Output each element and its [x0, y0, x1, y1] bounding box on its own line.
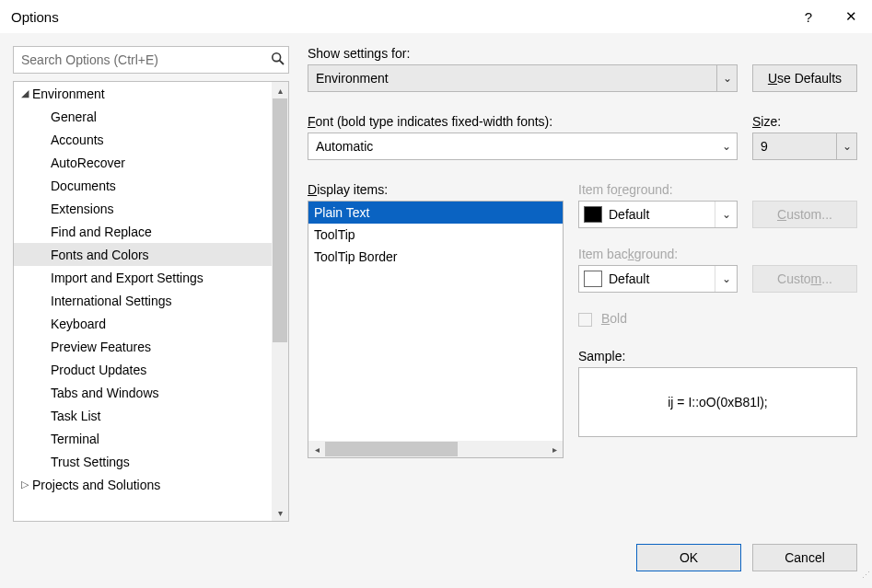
scroll-thumb[interactable] — [273, 98, 287, 342]
tree-item[interactable]: Import and Export Settings — [14, 266, 272, 289]
display-items-label: Display items: — [308, 182, 564, 197]
tree-item-environment[interactable]: ◢ Environment — [14, 82, 272, 105]
ok-button[interactable]: OK — [636, 544, 741, 571]
titlebar: Options ? ✕ — [0, 0, 872, 33]
resize-grip-icon[interactable]: ⋰ — [857, 573, 870, 586]
show-settings-combo[interactable]: Environment ⌄ — [308, 64, 738, 92]
item-background-combo[interactable]: Default ⌄ — [578, 265, 738, 293]
bold-checkbox[interactable]: Bold — [578, 311, 857, 327]
tree-item[interactable]: Keyboard — [14, 312, 272, 335]
item-background-label: Item background: — [578, 247, 857, 261]
chevron-down-icon: ⌄ — [715, 266, 737, 292]
scroll-left-icon[interactable]: ◂ — [308, 441, 325, 457]
tree-item-fonts-colors[interactable]: Fonts and Colors — [14, 243, 272, 266]
scroll-up-icon[interactable]: ▴ — [272, 82, 288, 98]
help-button[interactable]: ? — [787, 0, 830, 33]
options-tree[interactable]: ◢ Environment General Accounts AutoRecov… — [13, 81, 289, 522]
scroll-down-icon[interactable]: ▾ — [272, 504, 288, 521]
sample-label: Sample: — [578, 349, 857, 363]
tree-item[interactable]: Task List — [14, 404, 272, 427]
cancel-button[interactable]: Cancel — [752, 544, 857, 571]
main-panel: Show settings for: Environment ⌄ Use Def… — [308, 46, 857, 522]
item-foreground-label: Item foreground: — [578, 182, 857, 197]
tree-item[interactable]: AutoRecover — [14, 151, 272, 174]
bg-color-swatch — [584, 271, 602, 287]
checkbox-icon — [578, 313, 592, 327]
size-label: Size: — [752, 114, 857, 129]
item-foreground-combo[interactable]: Default ⌄ — [578, 201, 738, 228]
tree-item[interactable]: Product Updates — [14, 358, 272, 381]
show-settings-label: Show settings for: — [308, 46, 738, 61]
horizontal-scrollbar[interactable]: ◂ ▸ — [308, 441, 563, 457]
tree-label: Environment — [32, 86, 105, 101]
chevron-down-icon: ◢ — [17, 87, 32, 99]
scroll-right-icon[interactable]: ▸ — [546, 441, 563, 457]
tree-item[interactable]: Preview Features — [14, 335, 272, 358]
font-label: Font (bold type indicates fixed-width fo… — [308, 114, 738, 129]
tree-item[interactable]: Extensions — [14, 197, 272, 220]
display-items-listbox[interactable]: Plain Text ToolTip ToolTip Border ◂ ▸ — [308, 201, 564, 458]
tree-item[interactable]: Accounts — [14, 128, 272, 151]
list-item[interactable]: ToolTip — [308, 224, 563, 246]
vertical-scrollbar[interactable]: ▴ ▾ — [272, 82, 288, 521]
chevron-down-icon: ⌄ — [716, 65, 737, 91]
list-item[interactable]: ToolTip Border — [308, 246, 563, 268]
use-defaults-button[interactable]: Use Defaults — [752, 64, 857, 92]
tree-label: Projects and Solutions — [32, 478, 160, 492]
search-options[interactable] — [13, 46, 289, 74]
custom-bg-button[interactable]: Custom... — [752, 265, 857, 293]
scroll-thumb[interactable] — [325, 442, 458, 456]
bold-label: Bold — [601, 311, 627, 326]
chevron-right-icon: ▷ — [17, 478, 32, 490]
fg-color-swatch — [584, 206, 602, 223]
tree-item[interactable]: Find and Replace — [14, 220, 272, 243]
svg-point-0 — [273, 52, 281, 61]
tree-item[interactable]: Documents — [14, 174, 272, 197]
close-button[interactable]: ✕ — [830, 0, 872, 33]
size-combo[interactable]: 9 ⌄ — [752, 133, 857, 160]
tree-item[interactable]: Terminal — [14, 427, 272, 450]
chevron-down-icon: ⌄ — [836, 133, 856, 159]
chevron-down-icon: ⌄ — [715, 202, 737, 227]
font-combo[interactable]: Automatic ⌄ — [308, 133, 738, 160]
tree-item[interactable]: Trust Settings — [14, 450, 272, 473]
search-icon — [268, 52, 288, 69]
sample-text: ij = I::oO(0xB81l); — [668, 395, 768, 409]
sample-preview: ij = I::oO(0xB81l); — [578, 367, 857, 437]
window-title: Options — [11, 9, 787, 25]
tree-item-projects[interactable]: ▷ Projects and Solutions — [14, 473, 272, 496]
search-input[interactable] — [14, 47, 268, 73]
sidebar: ◢ Environment General Accounts AutoRecov… — [13, 46, 289, 522]
dialog-footer: OK Cancel — [636, 544, 857, 571]
custom-fg-button[interactable]: Custom... — [752, 201, 857, 228]
list-item[interactable]: Plain Text — [308, 202, 563, 224]
svg-line-1 — [280, 60, 284, 63]
chevron-down-icon: ⌄ — [716, 133, 737, 159]
tree-item[interactable]: Tabs and Windows — [14, 381, 272, 404]
tree-item[interactable]: General — [14, 105, 272, 128]
tree-item[interactable]: International Settings — [14, 289, 272, 312]
